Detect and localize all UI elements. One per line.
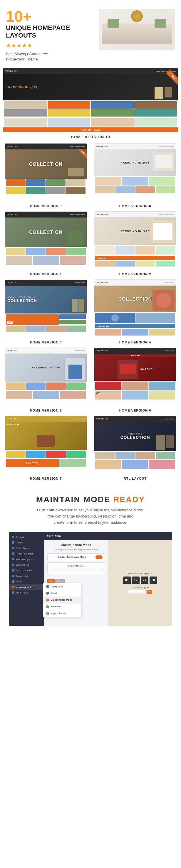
nav-item [170,418,174,420]
social-icon [12,580,14,583]
sidebar-item-typography[interactable]: Typography [9,573,44,579]
v7-text: FURNICOM [6,423,19,426]
version-4-thumb[interactable]: FURNICOM COLLECTION [94,279,176,338]
v4-logo: FURNICOM [96,282,108,284]
maintain-title: MAINTAIN MODE READY [9,495,172,504]
sidebar-item-reaction[interactable]: Reaction Options [9,557,44,562]
v3-header: FURNICOM [5,280,87,286]
v10-product [91,109,134,117]
versions-grid: FURNICOM NEW COLLECTION [0,143,181,483]
v9-sofa [68,167,84,177]
v3-product-sm [46,326,66,332]
ms-reset-button[interactable]: Reset [56,579,65,583]
maintain-title-part1: MAINTAIN MODE [36,495,111,504]
v8-product-sm [95,186,115,193]
v9-badge-wrap: NEW [75,149,87,161]
rtl-item1 [156,435,165,450]
v4-hero: COLLECTION [94,286,176,312]
v9-nav [70,146,85,147]
sidebar-item-social[interactable]: Social [9,579,44,584]
sidebar-item-blog[interactable]: Blog Options [9,562,44,568]
v4-product-light [135,313,175,323]
v4-bottom [94,329,176,336]
v7-hero: FURNICOM [5,422,87,450]
sidebar-item-general[interactable]: General [9,534,44,540]
sidebar-item-header-footer[interactable]: Header & Footer [9,551,44,557]
ms-input-field[interactable] [50,568,102,572]
popup-advanced-check: ✓ [46,605,49,608]
v5-label: HOME VERSION 5 [30,409,62,412]
version-8-thumb[interactable]: FURNICOM TRENDING IN 2016 [94,143,176,202]
version-2-thumb[interactable]: FURNICOM TRENDING IN 2016 [94,211,176,270]
ms-toggle-row: Enable Maintenance Mode [47,553,105,561]
version-1-thumb[interactable]: FURNICOM COLLECTION [5,211,87,270]
v4-chair-img [156,293,171,308]
v9-collection: COLLECTION [29,161,63,167]
v5-logo: FURNICOM [7,350,19,352]
v9-product [26,179,46,186]
v1-product [6,248,26,255]
rtl-thumb[interactable]: FURNICOM FURNITURE COLLECTION [94,416,176,474]
v8-products [94,176,176,186]
version-9-thumb[interactable]: FURNICOM NEW COLLECTION [5,143,87,202]
version-10-thumb[interactable]: FURNICOM NEW TRENDING IN 2016 [3,68,178,132]
v5-product [6,382,26,390]
v10-logo: FURNICOM [5,70,17,72]
v5-chair-area [65,358,85,380]
sidebar-item-maintenance[interactable]: Maintainance M... [9,584,44,590]
popup-item-advanced[interactable]: ✓ Advanced [43,603,81,610]
sidebar-item-woo[interactable]: WooCommerce [9,568,44,573]
sidebar-item-label: WooCommerce [16,569,32,572]
nav-item [156,71,160,72]
v6-2016: 2016 NEW [141,368,153,370]
ms-subscribe-button[interactable]: GO [147,590,152,594]
v9-product [46,179,65,186]
v3-product [59,314,86,319]
nav-item [81,282,85,283]
version-6-thumb[interactable]: FURNICOM 2016 NEW ▸ 2016 NEW [94,347,176,406]
ms-save-button[interactable]: Save [47,579,56,583]
rtl-products [94,451,176,460]
version-5-thumb[interactable]: FURNICOM TRENDING IN 2016 [5,347,87,406]
v9-bottom-item [6,187,26,194]
v10-bottom [3,117,178,127]
v2-product-sm [156,261,175,267]
nav-item [159,214,164,215]
popup-item-maintenance[interactable]: ✓ Maintainance Mode [43,597,81,603]
v6-item-label: SOFA [96,392,100,394]
rtl-collection: COLLECTION [120,435,150,440]
version-1-item: FURNICOM COLLECTION [3,211,89,276]
popup-check-icon: ✓ [46,598,49,601]
version-3-thumb[interactable]: FURNICOM SOFAS + SECTIONALS COLLECTION S… [5,279,87,338]
v10-footer-text: NEW ARRIVALS [81,129,100,131]
v5-bottom-item [33,391,59,399]
popup-item-label: Advanced [51,605,61,608]
v9-product [6,179,26,186]
v1-bottom-item [6,256,32,265]
nav-item [170,282,174,283]
popup-item-typography[interactable]: Typography [43,583,81,590]
nav-item [75,350,80,351]
v8-product [95,177,121,186]
sofa-decoration [102,24,172,44]
ms-email-input[interactable] [128,590,146,594]
v1-product [66,248,86,255]
ms-toggle-switch[interactable] [95,555,102,559]
rtl-item2 [166,435,174,448]
sidebar-item-layout[interactable]: Layout [9,540,44,546]
nav-item [75,282,80,283]
v9-products [5,179,87,186]
version-7-thumb[interactable]: FURNICOM FURNICOM [5,416,87,474]
v1-logo: FURNICOM [7,214,19,215]
v10-hero-items [155,87,172,99]
hero-section: 10+ UNIQUE HOMEPAGELAYOUTS ★★★★★ Best Se… [0,0,181,68]
v5-bottom-item [60,391,86,399]
hero-image [99,9,175,50]
popup-item-social[interactable]: Social [43,590,81,597]
v5-hero: TRENDING IN 2016 [5,354,87,381]
sidebar-item-online-layout[interactable]: Online Layout [9,546,44,551]
popup-item-import[interactable]: ✓ Import / Export [43,610,81,617]
v8-product-sm [135,186,155,193]
sidebar-item-import[interactable]: Import / Ex... [9,590,44,596]
layout-icon [12,541,14,544]
